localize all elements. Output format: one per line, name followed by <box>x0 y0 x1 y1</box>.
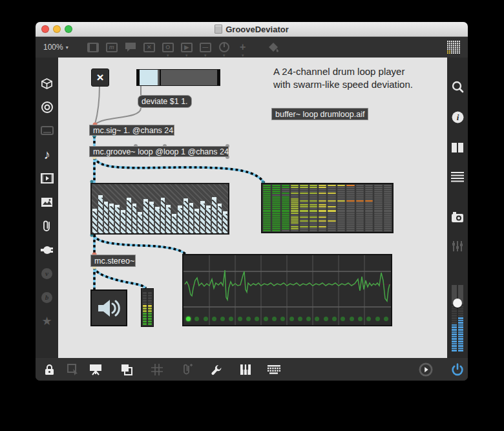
multislider-bar[interactable] <box>223 184 227 233</box>
multislider-bar[interactable] <box>109 184 114 233</box>
close-button[interactable] <box>41 25 49 33</box>
mc-groove-object-box[interactable]: mc.groove~ loop @loop 1 @chans 24 <box>89 146 229 157</box>
minimize-button[interactable] <box>53 25 61 33</box>
multislider-bar[interactable] <box>218 184 222 233</box>
right-sidebar: i <box>447 58 468 358</box>
power-icon[interactable] <box>450 363 465 377</box>
multislider-bar[interactable] <box>98 184 103 233</box>
volume-slider[interactable] <box>450 285 465 352</box>
traffic-lights <box>41 25 72 33</box>
zoom-level: 100% <box>43 43 63 52</box>
multislider-bar[interactable] <box>172 184 176 233</box>
zoom-control[interactable]: 100% ▾ <box>43 43 68 52</box>
deviation-slider[interactable] <box>136 69 220 86</box>
paint-bucket-icon[interactable] <box>267 41 280 54</box>
vizzie-icon[interactable]: v <box>40 266 54 280</box>
multislider-bar[interactable] <box>184 184 188 233</box>
multislider-bar[interactable] <box>149 184 154 233</box>
volume-meter-right <box>458 306 463 352</box>
svg-text:i: i <box>456 112 459 122</box>
video-icon[interactable] <box>40 171 54 185</box>
multislider-bar[interactable] <box>189 184 194 233</box>
multislider-bar[interactable] <box>194 184 199 233</box>
package-icon[interactable] <box>40 76 54 90</box>
run-icon[interactable] <box>419 363 433 377</box>
meter-right-column <box>148 290 152 325</box>
multislider[interactable] <box>90 183 229 235</box>
toggle-box[interactable]: × <box>91 68 109 87</box>
top-toolbar: 100% ▾ m ✕ O▼ ▶▼ —▼ ▼ +▼ <box>36 37 468 58</box>
left-sidebar: ♪ v b ★ <box>36 58 58 358</box>
multislider-bar[interactable] <box>138 184 142 233</box>
mixer-icon[interactable] <box>450 239 465 253</box>
multislider-bar[interactable] <box>155 184 160 233</box>
speaker-icon <box>96 297 123 320</box>
window-title: GrooveDeviator <box>226 25 289 34</box>
reference-icon[interactable] <box>450 140 465 154</box>
toggle-icon[interactable]: ✕ <box>143 41 156 54</box>
multislider-bar[interactable] <box>206 184 211 233</box>
max-patcher-window: GrooveDeviator 100% ▾ m ✕ O▼ ▶▼ —▼ ▼ +▼ <box>36 22 468 381</box>
button-icon[interactable]: O▼ <box>162 41 174 54</box>
add-object-icon[interactable]: +▼ <box>236 41 249 54</box>
multislider-bar[interactable] <box>132 184 137 233</box>
multislider-bar[interactable] <box>178 184 182 233</box>
meter-left-column <box>143 290 147 325</box>
object-box-icon[interactable] <box>87 41 100 54</box>
patcher-canvas[interactable]: × deviate $1 1. A 24-channel drum loop p… <box>58 58 447 358</box>
message-box-icon[interactable]: m <box>105 41 118 54</box>
zoom-button[interactable] <box>65 25 72 33</box>
multislider-bar[interactable] <box>104 184 109 233</box>
plug-icon[interactable] <box>40 243 54 257</box>
console-icon[interactable] <box>450 169 465 184</box>
target-icon[interactable] <box>40 100 54 114</box>
hardware-icon[interactable] <box>40 123 54 138</box>
info-icon[interactable]: i <box>450 110 465 124</box>
buffer-object-box[interactable]: buffer~ loop drumloop.aif <box>271 108 368 120</box>
slider-icon[interactable]: —▼ <box>199 41 212 54</box>
beap-icon[interactable]: b <box>40 290 54 304</box>
multislider-bar[interactable] <box>143 184 148 233</box>
audio-output-button[interactable] <box>90 289 127 326</box>
slider-divider <box>160 70 161 85</box>
multislider-bar[interactable] <box>92 184 97 233</box>
snapshot-icon[interactable] <box>450 210 465 224</box>
deviate-message-box[interactable]: deviate $1 1. <box>138 95 192 108</box>
volume-meter-left <box>452 306 457 352</box>
multislider-bar[interactable] <box>212 184 216 233</box>
scope-display <box>182 254 392 326</box>
level-meter <box>141 288 154 327</box>
keyboard-icon[interactable] <box>267 363 281 377</box>
multislider-bar[interactable] <box>200 184 205 233</box>
star-icon[interactable]: ★ <box>40 314 54 328</box>
zoom-caret-icon: ▾ <box>66 45 68 50</box>
slider-knob[interactable] <box>140 70 158 85</box>
presentation-icon[interactable] <box>89 363 103 377</box>
attach-icon[interactable] <box>180 363 194 377</box>
multislider-bar[interactable] <box>121 184 125 233</box>
multislider-bar[interactable] <box>166 184 171 233</box>
mc-stereo-object-box[interactable]: mc.stereo~ <box>90 255 136 267</box>
music-note-icon[interactable]: ♪ <box>40 147 54 162</box>
search-icon[interactable] <box>450 79 465 94</box>
lock-icon[interactable] <box>42 363 56 377</box>
patch-comment: A 24-channel drum loop player with swarm… <box>273 65 413 91</box>
grid-dots-icon[interactable] <box>447 41 460 54</box>
select-icon[interactable] <box>66 363 80 377</box>
volume-knob[interactable] <box>453 299 462 308</box>
paperclip-icon[interactable] <box>40 219 54 233</box>
grid-icon[interactable] <box>150 363 164 377</box>
mc-sig-object-box[interactable]: mc.sig~ 1. @chans 24 <box>89 125 174 136</box>
piano-icon[interactable] <box>238 363 253 377</box>
multislider-bar[interactable] <box>115 184 120 233</box>
dial-icon[interactable]: ▼ <box>218 41 231 54</box>
slider-right-cap <box>217 70 220 85</box>
wrench-icon[interactable] <box>209 363 224 377</box>
multislider-bar[interactable] <box>127 184 131 233</box>
playbar-icon[interactable]: ▶▼ <box>180 41 193 54</box>
comment-icon[interactable] <box>124 41 137 54</box>
layers-icon[interactable] <box>120 363 134 377</box>
image-icon[interactable] <box>40 195 54 209</box>
scope-plot <box>184 255 391 325</box>
multislider-bar[interactable] <box>161 184 165 233</box>
